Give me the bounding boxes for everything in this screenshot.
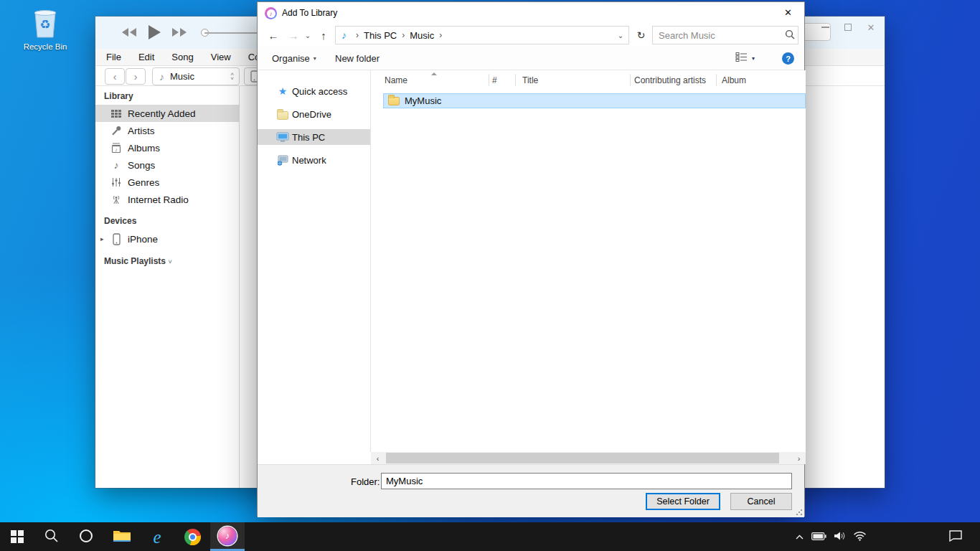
view-mode-button[interactable]: ▾ [735, 47, 755, 70]
iphone-icon [110, 233, 123, 245]
nav-item-network[interactable]: Network [258, 152, 370, 168]
search-input[interactable] [653, 30, 785, 41]
scrollbar-thumb[interactable] [386, 453, 779, 463]
itunes-taskbar-button[interactable]: ♪ [210, 522, 245, 551]
recycle-bin[interactable]: ♻ Recycle Bin [20, 6, 70, 51]
library-header: Library [104, 91, 133, 101]
itunes-back-button[interactable]: ‹ [105, 68, 125, 85]
volume-icon[interactable] [834, 531, 846, 543]
sidebar-item-iphone[interactable]: ▸ iPhone [95, 230, 239, 248]
nav-item-quick-access[interactable]: ★ Quick access [258, 83, 370, 99]
sidebar-item-genres[interactable]: Genres [95, 174, 239, 191]
search-box [652, 26, 798, 44]
faders-icon [110, 177, 123, 187]
search-icon[interactable] [785, 29, 795, 42]
nav-item-onedrive[interactable]: OneDrive [258, 106, 370, 122]
organise-menu[interactable]: Organise ▾ [272, 47, 316, 70]
menu-edit[interactable]: Edit [138, 52, 154, 62]
taskbar-search-button[interactable] [34, 522, 69, 551]
dialog-footer: Folder: Select Folder Cancel [258, 464, 804, 517]
start-button[interactable] [0, 522, 34, 551]
network-icon [276, 155, 289, 166]
folder-name-input[interactable] [381, 473, 792, 489]
select-folder-button[interactable]: Select Folder [646, 493, 720, 510]
cortana-icon [78, 528, 94, 546]
svg-text:♪: ♪ [115, 147, 118, 152]
file-name: MyMusic [405, 95, 441, 106]
menu-file[interactable]: File [106, 52, 121, 62]
menu-song[interactable]: Song [171, 52, 193, 62]
new-folder-button[interactable]: New folder [335, 47, 380, 70]
crumb-separator-icon: › [439, 30, 442, 40]
breadcrumb-this-pc[interactable]: This PC [364, 30, 397, 41]
itunes-minimize-button[interactable] [817, 19, 833, 35]
play-button[interactable] [147, 24, 161, 42]
radio-tower-icon [110, 194, 123, 204]
breadcrumb-music[interactable]: Music [410, 30, 434, 41]
tray-expand-icon[interactable] [795, 532, 804, 542]
crumb-separator-icon: › [356, 30, 359, 40]
back-button[interactable]: ← [265, 27, 282, 44]
action-center-button[interactable] [948, 522, 963, 551]
fast-forward-button[interactable] [171, 27, 187, 39]
column-header-number[interactable]: # [492, 70, 497, 90]
menu-view[interactable]: View [211, 52, 231, 62]
nav-item-this-pc[interactable]: This PC [258, 129, 370, 145]
system-tray [795, 522, 867, 551]
itunes-icon: ♪ [218, 527, 237, 545]
sidebar-item-albums[interactable]: ♪ Albums [95, 139, 239, 156]
music-folder-icon: ♪ [341, 29, 347, 41]
music-playlists-header[interactable]: Music Playlists ˅ [104, 256, 172, 266]
dialog-commandbar: Organise ▾ New folder ▾ ? [258, 47, 804, 70]
media-kind-select[interactable]: ♪ Music ˄˅ [152, 67, 240, 85]
scroll-left-icon[interactable]: ‹ [372, 452, 384, 464]
music-note-icon: ♪ [159, 71, 164, 83]
column-header-contributing-artists[interactable]: Contributing artists [634, 70, 706, 90]
caret-down-icon: ▾ [314, 55, 316, 62]
column-header-album[interactable]: Album [722, 70, 746, 90]
column-header-title[interactable]: Title [522, 70, 538, 90]
rewind-button[interactable] [121, 27, 137, 39]
internet-explorer-button[interactable]: e [140, 522, 174, 551]
scroll-right-icon[interactable]: › [793, 452, 805, 464]
itunes-forward-button[interactable]: › [126, 68, 146, 85]
chrome-button[interactable] [175, 522, 209, 551]
sidebar-item-internet-radio[interactable]: Internet Radio [95, 191, 239, 208]
desktop: ♻ Recycle Bin [0, 0, 980, 551]
itunes-close-button[interactable]: ✕ [863, 19, 879, 35]
address-dropdown-icon[interactable]: ⌄ [613, 32, 628, 39]
sidebar-item-recently-added[interactable]: Recently Added [95, 105, 239, 122]
collapse-caret-icon: ˅ [168, 258, 171, 265]
folder-label: Folder: [351, 476, 380, 487]
expand-caret-icon[interactable]: ▸ [100, 235, 104, 242]
recent-locations-dropdown[interactable]: ⌄ [302, 27, 314, 44]
media-kind-value: Music [170, 71, 194, 82]
dialog-close-button[interactable]: ✕ [772, 2, 804, 23]
file-list: Name # Title Contributing artists Album … [371, 70, 806, 452]
devices-header: Devices [104, 216, 136, 226]
microphone-icon [110, 126, 123, 136]
cortana-button[interactable] [69, 522, 103, 551]
sidebar-item-songs[interactable]: ♪ Songs [95, 156, 239, 174]
wifi-icon[interactable] [853, 531, 867, 543]
action-center-icon [948, 529, 963, 544]
resize-grip[interactable] [796, 509, 803, 516]
internet-explorer-icon: e [153, 528, 161, 546]
forward-button[interactable]: → [285, 27, 302, 44]
sidebar-item-artists[interactable]: Artists [95, 122, 239, 139]
dialog-titlebar: ♪ Add To Library ✕ [258, 2, 804, 24]
column-header-name[interactable]: Name [385, 70, 407, 90]
battery-icon[interactable] [811, 532, 826, 542]
file-explorer-button[interactable] [105, 522, 139, 551]
file-row-mymusic[interactable]: MyMusic [383, 93, 806, 108]
help-button[interactable]: ? [782, 52, 794, 65]
horizontal-scrollbar[interactable]: ‹ › [371, 452, 806, 464]
refresh-button[interactable]: ↻ [632, 26, 650, 44]
address-bar[interactable]: ♪ › This PC › Music › ⌄ [335, 26, 629, 44]
taskbar: e ♪ [0, 522, 980, 551]
dialog-title: Add To Library [282, 8, 337, 18]
cancel-button[interactable]: Cancel [730, 493, 792, 510]
combo-arrows-icon: ˄˅ [230, 72, 234, 81]
up-button[interactable]: ↑ [315, 27, 332, 44]
itunes-maximize-button[interactable] [840, 19, 856, 35]
